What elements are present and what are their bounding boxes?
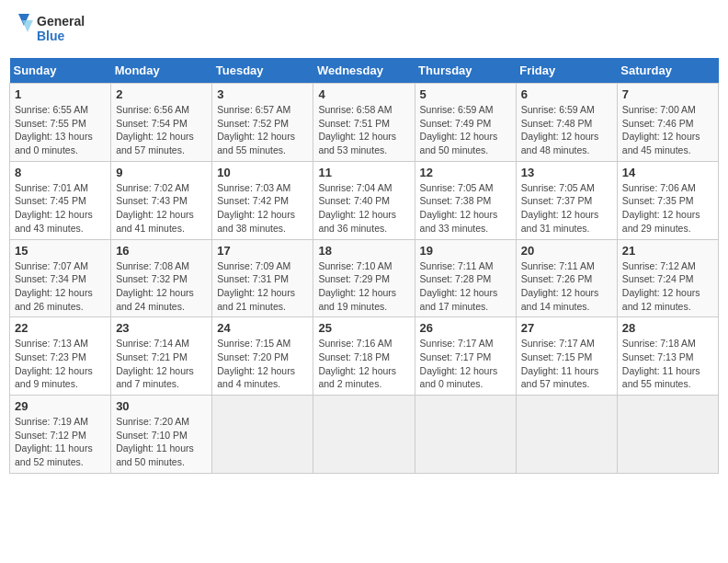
- day-number: 27: [521, 321, 612, 335]
- day-info: Sunrise: 7:02 AM Sunset: 7:43 PM Dayligh…: [116, 181, 207, 236]
- calendar-cell: 20Sunrise: 7:11 AM Sunset: 7:26 PM Dayli…: [516, 239, 617, 317]
- day-number: 16: [116, 244, 207, 258]
- calendar-cell: 2Sunrise: 6:56 AM Sunset: 7:54 PM Daylig…: [111, 84, 212, 162]
- day-info: Sunrise: 7:16 AM Sunset: 7:18 PM Dayligh…: [318, 337, 409, 391]
- day-number: 19: [420, 244, 511, 258]
- day-info: Sunrise: 7:11 AM Sunset: 7:28 PM Dayligh…: [420, 259, 511, 314]
- calendar-cell: 24Sunrise: 7:15 AM Sunset: 7:20 PM Dayli…: [212, 317, 313, 396]
- calendar-cell: 25Sunrise: 7:16 AM Sunset: 7:18 PM Dayli…: [313, 317, 415, 396]
- day-number: 24: [217, 321, 308, 335]
- day-number: 4: [318, 87, 409, 101]
- day-info: Sunrise: 7:06 AM Sunset: 7:35 PM Dayligh…: [622, 181, 713, 236]
- day-info: Sunrise: 7:13 AM Sunset: 7:23 PM Dayligh…: [15, 337, 106, 391]
- day-number: 28: [622, 321, 713, 335]
- day-info: Sunrise: 7:07 AM Sunset: 7:34 PM Dayligh…: [15, 259, 106, 314]
- day-number: 26: [420, 321, 511, 335]
- day-number: 15: [15, 244, 106, 258]
- weekday-header: Monday: [111, 58, 212, 84]
- day-number: 13: [521, 166, 612, 179]
- calendar-cell: [415, 396, 516, 474]
- calendar-week: 22Sunrise: 7:13 AM Sunset: 7:23 PM Dayli…: [10, 317, 719, 396]
- day-number: 18: [318, 244, 409, 258]
- day-number: 1: [15, 87, 106, 101]
- calendar-cell: 23Sunrise: 7:14 AM Sunset: 7:21 PM Dayli…: [111, 317, 212, 396]
- calendar-cell: 8Sunrise: 7:01 AM Sunset: 7:45 PM Daylig…: [10, 161, 111, 239]
- day-info: Sunrise: 7:19 AM Sunset: 7:12 PM Dayligh…: [15, 415, 106, 469]
- calendar-cell: 14Sunrise: 7:06 AM Sunset: 7:35 PM Dayli…: [617, 161, 718, 239]
- day-info: Sunrise: 7:14 AM Sunset: 7:21 PM Dayligh…: [116, 337, 207, 391]
- day-number: 8: [15, 166, 106, 179]
- day-number: 30: [116, 399, 207, 413]
- calendar-table: SundayMondayTuesdayWednesdayThursdayFrid…: [9, 58, 719, 474]
- calendar-header: SundayMondayTuesdayWednesdayThursdayFrid…: [10, 58, 719, 84]
- calendar-cell: 22Sunrise: 7:13 AM Sunset: 7:23 PM Dayli…: [10, 317, 111, 396]
- day-info: Sunrise: 7:04 AM Sunset: 7:40 PM Dayligh…: [318, 181, 409, 236]
- day-number: 2: [116, 87, 207, 101]
- day-info: Sunrise: 6:59 AM Sunset: 7:49 PM Dayligh…: [420, 103, 511, 157]
- day-info: Sunrise: 7:09 AM Sunset: 7:31 PM Dayligh…: [217, 259, 308, 314]
- day-number: 25: [318, 321, 409, 335]
- calendar-cell: 17Sunrise: 7:09 AM Sunset: 7:31 PM Dayli…: [212, 239, 313, 317]
- day-info: Sunrise: 7:01 AM Sunset: 7:45 PM Dayligh…: [15, 181, 106, 236]
- weekday-header: Friday: [516, 58, 617, 84]
- day-number: 22: [15, 321, 106, 335]
- day-info: Sunrise: 7:15 AM Sunset: 7:20 PM Dayligh…: [217, 337, 308, 391]
- weekday-header: Saturday: [617, 58, 718, 84]
- day-info: Sunrise: 7:11 AM Sunset: 7:26 PM Dayligh…: [521, 259, 612, 314]
- svg-marker-3: [22, 20, 33, 32]
- weekday-header: Tuesday: [212, 58, 313, 84]
- calendar-cell: 13Sunrise: 7:05 AM Sunset: 7:37 PM Dayli…: [516, 161, 617, 239]
- day-number: 17: [217, 244, 308, 258]
- calendar-cell: 1Sunrise: 6:55 AM Sunset: 7:55 PM Daylig…: [10, 84, 111, 162]
- day-number: 14: [622, 166, 713, 179]
- calendar-cell: 6Sunrise: 6:59 AM Sunset: 7:48 PM Daylig…: [516, 84, 617, 162]
- calendar-cell: 4Sunrise: 6:58 AM Sunset: 7:51 PM Daylig…: [313, 84, 415, 162]
- day-number: 3: [217, 87, 308, 101]
- day-info: Sunrise: 7:08 AM Sunset: 7:32 PM Dayligh…: [116, 259, 207, 314]
- calendar-cell: 5Sunrise: 6:59 AM Sunset: 7:49 PM Daylig…: [415, 84, 516, 162]
- day-info: Sunrise: 7:00 AM Sunset: 7:46 PM Dayligh…: [622, 103, 713, 157]
- calendar-cell: 10Sunrise: 7:03 AM Sunset: 7:42 PM Dayli…: [212, 161, 313, 239]
- logo: General Blue: [9, 9, 92, 51]
- logo-svg: General Blue: [9, 9, 92, 51]
- calendar-cell: 18Sunrise: 7:10 AM Sunset: 7:29 PM Dayli…: [313, 239, 415, 317]
- calendar-cell: 16Sunrise: 7:08 AM Sunset: 7:32 PM Dayli…: [111, 239, 212, 317]
- day-info: Sunrise: 7:03 AM Sunset: 7:42 PM Dayligh…: [217, 181, 308, 236]
- weekday-header: Sunday: [10, 58, 111, 84]
- calendar-cell: 12Sunrise: 7:05 AM Sunset: 7:38 PM Dayli…: [415, 161, 516, 239]
- calendar-cell: 28Sunrise: 7:18 AM Sunset: 7:13 PM Dayli…: [617, 317, 718, 396]
- day-number: 12: [420, 166, 511, 179]
- day-number: 10: [217, 166, 308, 179]
- calendar-cell: 9Sunrise: 7:02 AM Sunset: 7:43 PM Daylig…: [111, 161, 212, 239]
- weekday-header: Wednesday: [313, 58, 415, 84]
- svg-text:Blue: Blue: [37, 29, 65, 43]
- day-info: Sunrise: 6:57 AM Sunset: 7:52 PM Dayligh…: [217, 103, 308, 157]
- calendar-cell: [516, 396, 617, 474]
- day-number: 21: [622, 244, 713, 258]
- calendar-week: 1Sunrise: 6:55 AM Sunset: 7:55 PM Daylig…: [10, 84, 719, 162]
- day-number: 6: [521, 87, 612, 101]
- calendar-cell: 3Sunrise: 6:57 AM Sunset: 7:52 PM Daylig…: [212, 84, 313, 162]
- calendar-cell: 7Sunrise: 7:00 AM Sunset: 7:46 PM Daylig…: [617, 84, 718, 162]
- calendar-cell: 21Sunrise: 7:12 AM Sunset: 7:24 PM Dayli…: [617, 239, 718, 317]
- day-info: Sunrise: 6:56 AM Sunset: 7:54 PM Dayligh…: [116, 103, 207, 157]
- calendar-cell: 27Sunrise: 7:17 AM Sunset: 7:15 PM Dayli…: [516, 317, 617, 396]
- calendar-cell: [313, 396, 415, 474]
- day-info: Sunrise: 6:55 AM Sunset: 7:55 PM Dayligh…: [15, 103, 106, 157]
- calendar-cell: 26Sunrise: 7:17 AM Sunset: 7:17 PM Dayli…: [415, 317, 516, 396]
- day-info: Sunrise: 7:05 AM Sunset: 7:37 PM Dayligh…: [521, 181, 612, 236]
- calendar-cell: 19Sunrise: 7:11 AM Sunset: 7:28 PM Dayli…: [415, 239, 516, 317]
- page-header: General Blue: [9, 9, 719, 51]
- day-info: Sunrise: 6:59 AM Sunset: 7:48 PM Dayligh…: [521, 103, 612, 157]
- calendar-cell: [212, 396, 313, 474]
- day-info: Sunrise: 7:12 AM Sunset: 7:24 PM Dayligh…: [622, 259, 713, 314]
- day-info: Sunrise: 7:05 AM Sunset: 7:38 PM Dayligh…: [420, 181, 511, 236]
- day-number: 11: [318, 166, 409, 179]
- day-number: 29: [15, 399, 106, 413]
- calendar-week: 8Sunrise: 7:01 AM Sunset: 7:45 PM Daylig…: [10, 161, 719, 239]
- day-number: 9: [116, 166, 207, 179]
- day-number: 5: [420, 87, 511, 101]
- calendar-cell: 29Sunrise: 7:19 AM Sunset: 7:12 PM Dayli…: [10, 396, 111, 474]
- svg-text:General: General: [37, 14, 85, 29]
- calendar-week: 15Sunrise: 7:07 AM Sunset: 7:34 PM Dayli…: [10, 239, 719, 317]
